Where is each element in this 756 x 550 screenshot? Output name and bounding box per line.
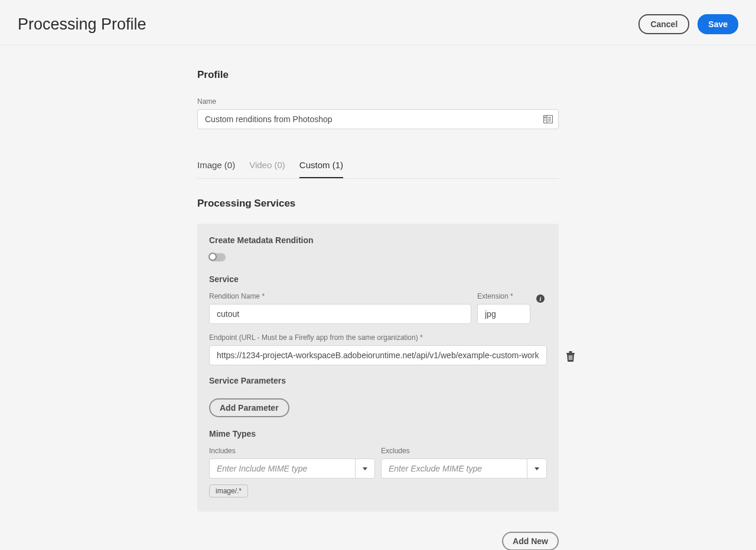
rendition-name-label: Rendition Name * [209, 292, 471, 300]
processing-services-heading: Processing Services [197, 198, 559, 209]
rendition-name-input[interactable] [209, 304, 471, 324]
add-parameter-button[interactable]: Add Parameter [209, 398, 289, 417]
save-button[interactable]: Save [698, 14, 738, 34]
svg-rect-10 [572, 355, 572, 360]
includes-input[interactable] [209, 459, 355, 479]
svg-rect-9 [570, 355, 571, 360]
mime-types-heading: Mime Types [209, 429, 547, 438]
cancel-button[interactable]: Cancel [638, 14, 689, 34]
chevron-down-icon [535, 467, 539, 470]
profile-name-input[interactable] [197, 109, 559, 129]
svg-point-5 [545, 117, 546, 119]
svg-rect-6 [566, 353, 575, 354]
svg-rect-8 [569, 355, 569, 360]
metadata-rendition-heading: Create Metadata Rendition [209, 235, 547, 245]
delete-service-button[interactable] [566, 351, 575, 362]
tab-video[interactable]: Video (0) [249, 154, 285, 178]
toggle-knob [208, 253, 217, 261]
includes-mime-tag[interactable]: image/.* [209, 484, 248, 497]
includes-label: Includes [209, 447, 375, 455]
excludes-dropdown-button[interactable] [527, 459, 547, 479]
tab-image[interactable]: Image (0) [197, 154, 235, 178]
endpoint-input[interactable] [209, 345, 547, 365]
service-parameters-heading: Service Parameters [209, 376, 547, 385]
endpoint-label: Endpoint (URL - Must be a Firefly app fr… [209, 333, 547, 342]
add-new-button[interactable]: Add New [502, 532, 559, 550]
extension-input[interactable] [477, 304, 530, 324]
page-title: Processing Profile [18, 15, 146, 34]
page-header: Processing Profile Cancel Save [0, 0, 756, 45]
tabs: Image (0) Video (0) Custom (1) [197, 154, 559, 179]
excludes-input[interactable] [381, 459, 527, 479]
service-card: Create Metadata Rendition Service Rendit… [197, 224, 559, 512]
service-heading: Service [209, 274, 547, 284]
svg-rect-7 [569, 351, 572, 353]
profile-heading: Profile [197, 69, 559, 81]
extension-label: Extension * [477, 292, 530, 300]
excludes-label: Excludes [381, 447, 547, 455]
tab-custom[interactable]: Custom (1) [299, 154, 343, 178]
header-actions: Cancel Save [638, 14, 738, 34]
metadata-toggle[interactable] [209, 253, 226, 261]
chevron-down-icon [363, 467, 367, 470]
includes-dropdown-button[interactable] [355, 459, 375, 479]
profile-name-label: Name [197, 97, 559, 106]
form-icon [543, 115, 553, 123]
info-icon[interactable]: i [536, 294, 545, 303]
